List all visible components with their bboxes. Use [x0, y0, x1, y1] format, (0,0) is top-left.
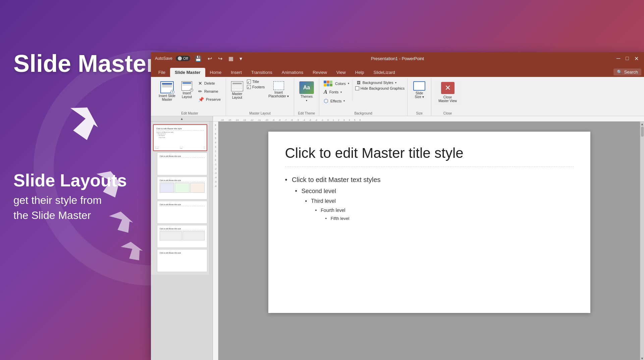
- overlay-text-container: Slide Master Slide Layouts get their sty…: [13, 50, 156, 223]
- slide-thumb-4[interactable]: Click to edit Master title style: [157, 201, 207, 224]
- search-box[interactable]: 🔍 Search: [613, 69, 641, 76]
- slide-thumb-2[interactable]: Click to edit Master title style: [157, 152, 207, 175]
- background-styles-icon: 🖼: [357, 81, 361, 85]
- close-window-button[interactable]: ✕: [633, 55, 640, 62]
- minimize-button[interactable]: ─: [615, 55, 622, 62]
- close-group-label: Close: [431, 111, 464, 115]
- scroll-thumb[interactable]: [641, 127, 644, 137]
- slide-body-area[interactable]: Click to edit Master text styles Second …: [285, 174, 574, 223]
- main-area: ▲ 1 Click to edit Master title style Cli…: [151, 116, 644, 360]
- edit-master-group: + Insert SlideMaster +: [154, 78, 226, 116]
- customize-button[interactable]: ▾: [238, 55, 244, 62]
- slide-size-button[interactable]: SlideSize ▾: [410, 80, 428, 100]
- hide-bg-graphics-label: Hide Background Graphics: [361, 86, 405, 90]
- edit-master-content: + Insert SlideMaster +: [156, 80, 223, 115]
- insert-layout-icon: +: [181, 81, 192, 91]
- tab-home[interactable]: Home: [205, 68, 226, 77]
- tab-file[interactable]: File: [154, 68, 170, 77]
- slide-2-title: Click to edit Master title style: [160, 155, 205, 158]
- delete-button[interactable]: ✕ Delete: [196, 80, 223, 87]
- bg-spacer: [355, 91, 405, 96]
- slide-4-title: Click to edit Master title style: [160, 204, 205, 206]
- slide-3-img2: [175, 183, 189, 193]
- tab-review[interactable]: Review: [308, 68, 332, 77]
- slide-thumb-inner-2: Click to edit Master title style: [159, 154, 206, 174]
- slide-thumb-inner-3: Click to edit Master title style: [159, 178, 206, 198]
- master-layout-checks: ✓ Title ✓ Footers: [247, 80, 265, 94]
- fonts-button[interactable]: A Fonts ▾: [322, 88, 351, 96]
- tab-animations[interactable]: Animations: [277, 68, 308, 77]
- edit-master-group-label: Edit Master: [154, 111, 226, 115]
- preserve-button[interactable]: 📌 Preserve: [196, 96, 223, 103]
- canvas-area: -16 -15 -14 -13 -12 -11 -10 -9 -8 -7 -6 …: [213, 116, 644, 360]
- tab-view[interactable]: View: [332, 68, 351, 77]
- preserve-icon: 📌: [198, 97, 204, 102]
- background-group: Colors ▾ A Fonts ▾ ⬡ Effects ▾: [319, 78, 408, 116]
- slide-thumb-5[interactable]: Click to edit Master title style: [157, 225, 207, 248]
- redo-button[interactable]: ↪: [217, 55, 224, 62]
- size-content: SlideSize ▾: [410, 80, 428, 115]
- tab-help[interactable]: Help: [351, 68, 369, 77]
- slide-thumb-inner-5: Click to edit Master title style: [159, 227, 206, 246]
- autosave-toggle[interactable]: Off: [176, 56, 190, 61]
- slide-layouts-subtitle: Slide Layouts: [13, 171, 156, 190]
- title-bar-center: Presentation1 - PowerPoint: [371, 56, 424, 61]
- themes-button[interactable]: Aa Themes ▾: [297, 80, 316, 104]
- vertical-scrollbar[interactable]: ▲ ▼: [640, 122, 644, 360]
- slide-canvas[interactable]: Click to edit Master title style Click t…: [218, 122, 640, 360]
- themes-label: Themes: [301, 95, 313, 98]
- slide-thumb-wrapper-5: Click to edit Master title style: [153, 225, 207, 248]
- close-master-view-label: CloseMaster View: [438, 95, 457, 103]
- scroll-up-arrow[interactable]: ▲: [641, 122, 644, 126]
- master-layout-content: MasterLayout ✓ Title ✓ Footers: [229, 80, 291, 115]
- master-layout-group: MasterLayout ✓ Title ✓ Footers: [226, 78, 294, 116]
- slide-scroll-up[interactable]: ▲: [151, 116, 213, 122]
- fonts-arrow: ▾: [340, 91, 342, 94]
- rename-label: Rename: [204, 89, 218, 93]
- slide-thumb-3[interactable]: Click to edit Master title style: [157, 177, 207, 199]
- slide-thumb-inner-4: Click to edit Master title style: [159, 203, 206, 222]
- tab-slide-master[interactable]: Slide Master: [170, 68, 205, 77]
- toggle-dot: [178, 56, 182, 60]
- window-title: Presentation1 - PowerPoint: [371, 56, 424, 61]
- slide-6-title: Click to edit Master title style: [160, 252, 205, 254]
- slide-3-img1: [160, 183, 174, 193]
- tab-slidelizard-label: SlideLizard: [374, 70, 395, 75]
- preserve-label: Preserve: [206, 97, 221, 101]
- title-checkbox-label: Title: [252, 80, 259, 84]
- maximize-button[interactable]: □: [624, 55, 630, 62]
- fonts-icon: A: [324, 89, 327, 95]
- undo-button[interactable]: ↩: [206, 55, 213, 62]
- colors-button[interactable]: Colors ▾: [322, 80, 351, 87]
- tab-review-label: Review: [313, 70, 327, 75]
- effects-button[interactable]: ⬡ Effects ▾: [322, 97, 351, 105]
- close-master-view-button[interactable]: ✕ CloseMaster View: [434, 80, 461, 105]
- slide-title-area[interactable]: Click to edit Master title style: [285, 145, 574, 167]
- horizontal-ruler: -16 -15 -14 -13 -12 -11 -10 -9 -8 -7 -6 …: [213, 116, 644, 122]
- toggle-state: Off: [183, 56, 188, 60]
- window-controls: ─ □ ✕: [615, 55, 640, 62]
- scroll-down-arrow[interactable]: ▼: [641, 357, 644, 360]
- master-layout-button[interactable]: MasterLayout: [229, 80, 246, 101]
- insert-placeholder-button[interactable]: InsertPlaceholder ▾: [266, 80, 291, 100]
- slide-panel-container: ▲ 1 Click to edit Master title style Cli…: [151, 116, 213, 360]
- insert-layout-button[interactable]: + InsertLayout: [179, 80, 195, 100]
- present-button[interactable]: ▦: [227, 55, 235, 62]
- tab-slidelizard[interactable]: SlideLizard: [369, 68, 400, 77]
- rename-button[interactable]: ✏ Rename: [196, 88, 223, 95]
- insert-slide-master-button[interactable]: + Insert SlideMaster: [156, 80, 178, 103]
- background-styles-button[interactable]: 🖼 Background Styles ▾: [355, 80, 405, 86]
- save-button[interactable]: 💾: [194, 55, 203, 62]
- slide-thumb-1[interactable]: Click to edit Master title style Click t…: [153, 124, 207, 151]
- tab-insert[interactable]: Insert: [226, 68, 247, 77]
- slide-content: Click to edit Master title style Click t…: [268, 132, 590, 313]
- slide-thumb-wrapper-1: 1 Click to edit Master title style Click…: [153, 124, 207, 151]
- close-group: ✕ CloseMaster View Close: [431, 78, 464, 116]
- footers-checkbox[interactable]: ✓ Footers: [247, 85, 265, 89]
- slide-thumb-6[interactable]: Click to edit Master title style: [157, 249, 207, 272]
- hide-bg-graphics-checkbox[interactable]: Hide Background Graphics: [355, 86, 405, 90]
- hide-bg-graphics-box: [355, 86, 359, 90]
- tab-transitions[interactable]: Transitions: [247, 68, 277, 77]
- powerpoint-window: AutoSave Off 💾 ↩ ↪ ▦ ▾ Presentation1 - P…: [151, 52, 644, 360]
- title-checkbox[interactable]: ✓ Title: [247, 80, 265, 84]
